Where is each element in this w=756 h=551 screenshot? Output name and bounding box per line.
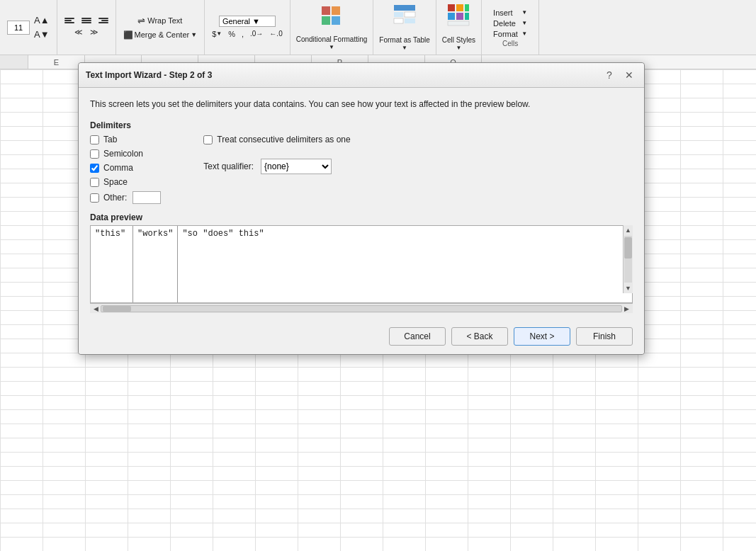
preview-columns: "this" "works" "so "does" this" — [91, 226, 632, 302]
ribbon: A▲ A▼ — [0, 0, 756, 55]
preview-col-1: "this" — [91, 226, 133, 302]
treat-consecutive-checkbox[interactable] — [203, 135, 213, 144]
format-as-table-button[interactable]: Format as Table ▼ — [375, 4, 434, 52]
indent-increase-btn[interactable]: ≫ — [87, 26, 101, 38]
svg-rect-1 — [332, 6, 340, 15]
data-preview-container[interactable]: "this" "works" "so "does" this" — [90, 225, 633, 303]
percent-btn[interactable]: % — [225, 28, 238, 40]
cancel-button[interactable]: Cancel — [389, 327, 446, 346]
indent-decrease-btn[interactable]: ≪ — [72, 26, 86, 38]
preview-scrollbar-y[interactable]: ▲ ▼ — [623, 225, 633, 293]
decimal-inc-btn[interactable]: .0→ — [247, 28, 266, 39]
format-btns-row: $ ▼ % , .0→ ←.0 — [209, 28, 286, 40]
scrollbar-thumb-x[interactable] — [103, 306, 131, 312]
back-label: < Back — [466, 331, 492, 341]
other-checkbox-row[interactable]: Other: — [90, 191, 161, 204]
dollar-dropdown-icon[interactable]: ▼ — [216, 30, 222, 37]
font-size-group: A▲ A▼ — [3, 0, 57, 55]
dialog-close-button[interactable]: ✕ — [621, 67, 637, 83]
align-top-left-btn[interactable] — [62, 16, 77, 25]
number-format-select[interactable]: General ▼ — [219, 16, 276, 27]
svg-rect-11 — [465, 4, 469, 11]
format-label: Format — [493, 30, 518, 38]
cell-styles-group: Cell Styles ▼ — [436, 0, 482, 55]
font-size-input[interactable] — [7, 21, 30, 35]
align-right-btn[interactable] — [96, 16, 111, 25]
finish-label: Finish — [593, 331, 616, 341]
svg-rect-3 — [332, 16, 340, 25]
treat-consecutive-label: Treat consecutive delimiters as one — [217, 135, 350, 144]
wrap-text-button[interactable]: ⇌ Wrap Text — [135, 14, 185, 28]
dollar-btn[interactable]: $ ▼ — [209, 28, 225, 40]
scrollbar-thumb-y[interactable] — [624, 237, 632, 259]
scroll-down-arrow[interactable]: ▼ — [624, 283, 633, 293]
delete-button[interactable]: Delete ▼ — [489, 18, 531, 28]
cell-styles-button[interactable]: Cell Styles ▼ — [438, 4, 480, 52]
next-button[interactable]: Next > — [514, 327, 570, 346]
wrap-text-row: ⇌ Wrap Text — [135, 14, 185, 28]
tab-checkbox[interactable] — [90, 135, 99, 144]
comma-checkbox-row[interactable]: Comma — [90, 163, 161, 173]
tab-label: Tab — [103, 135, 117, 144]
align-top-center-btn[interactable] — [79, 16, 94, 25]
delete-dropdown-icon[interactable]: ▼ — [521, 20, 527, 26]
conditional-formatting-button[interactable]: Conditional Formatting ▼ — [292, 4, 372, 52]
decimal-dec-btn[interactable]: ←.0 — [266, 28, 285, 39]
conditional-formatting-dropdown[interactable]: ▼ — [329, 44, 334, 51]
semicolon-checkbox-row[interactable]: Semicolon — [90, 149, 161, 159]
dialog-footer: Cancel < Back Next > Finish — [79, 320, 644, 354]
preview-col-3: "so "does" this" — [178, 226, 268, 302]
delimiters-section: Delimiters Tab Semicolon — [90, 120, 633, 204]
cancel-label: Cancel — [404, 331, 430, 341]
preview-scrollbar-x[interactable]: ◀ ▶ — [90, 303, 633, 313]
format-as-table-dropdown[interactable]: ▼ — [402, 45, 407, 52]
text-qualifier-select[interactable]: {none} " ' — [261, 159, 332, 174]
dialog-help-button[interactable]: ? — [602, 67, 617, 83]
dialog-description: This screen lets you set the delimiters … — [90, 98, 633, 110]
semicolon-label: Semicolon — [103, 149, 143, 159]
comma-btn[interactable]: , — [239, 28, 247, 40]
other-label: Other: — [103, 193, 127, 203]
cell-styles-icon — [446, 2, 471, 34]
insert-label: Insert — [493, 8, 513, 17]
merge-center-dropdown-icon[interactable]: ▼ — [191, 31, 197, 38]
scroll-up-arrow[interactable]: ▲ — [624, 225, 633, 235]
other-input[interactable] — [132, 191, 161, 204]
scroll-right-arrow[interactable]: ▶ — [622, 305, 631, 312]
format-button[interactable]: Format ▼ — [489, 29, 531, 39]
tab-checkbox-row[interactable]: Tab — [90, 135, 161, 144]
wrap-merge-group: ⇌ Wrap Text ⬛ Merge & Center ▼ — [116, 0, 205, 55]
treat-consecutive-row[interactable]: Treat consecutive delimiters as one — [203, 135, 350, 144]
comma-checkbox[interactable] — [90, 164, 99, 173]
wrap-text-label: Wrap Text — [147, 16, 182, 25]
insert-button[interactable]: Insert ▼ — [489, 8, 531, 18]
svg-rect-10 — [456, 4, 463, 11]
alignment-group: ≪ ≫ — [57, 0, 116, 55]
cell-styles-dropdown[interactable]: ▼ — [456, 45, 461, 52]
number-format-top-row: General ▼ — [219, 16, 276, 27]
insert-dropdown-icon[interactable]: ▼ — [521, 9, 527, 16]
scroll-left-arrow[interactable]: ◀ — [91, 305, 101, 312]
svg-rect-4 — [394, 5, 415, 11]
space-checkbox[interactable] — [90, 178, 99, 187]
number-format-group: General ▼ $ ▼ % , .0→ ←.0 — [205, 0, 290, 55]
merge-center-button[interactable]: ⬛ Merge & Center ▼ — [120, 29, 201, 41]
svg-rect-2 — [322, 16, 330, 25]
back-button[interactable]: < Back — [451, 327, 508, 346]
align-top-left-icon — [64, 18, 74, 23]
space-label: Space — [103, 177, 128, 187]
data-preview-section: Data preview "this" "works" "so "does" t… — [90, 212, 633, 313]
semicolon-checkbox[interactable] — [90, 149, 99, 159]
col-header-e: E — [28, 55, 85, 69]
svg-rect-13 — [456, 13, 463, 20]
finish-button[interactable]: Finish — [576, 327, 633, 346]
text-qualifier-label: Text qualifier: — [203, 161, 254, 171]
align-top-center-icon — [81, 18, 91, 23]
other-checkbox[interactable] — [90, 193, 99, 203]
space-checkbox-row[interactable]: Space — [90, 177, 161, 187]
delete-label: Delete — [493, 19, 516, 28]
font-size-increase-btn[interactable]: A▲ — [31, 13, 52, 27]
font-size-decrease-btn[interactable]: A▼ — [31, 28, 52, 41]
wrap-text-icon: ⇌ — [137, 16, 145, 26]
format-dropdown-icon[interactable]: ▼ — [521, 30, 527, 37]
